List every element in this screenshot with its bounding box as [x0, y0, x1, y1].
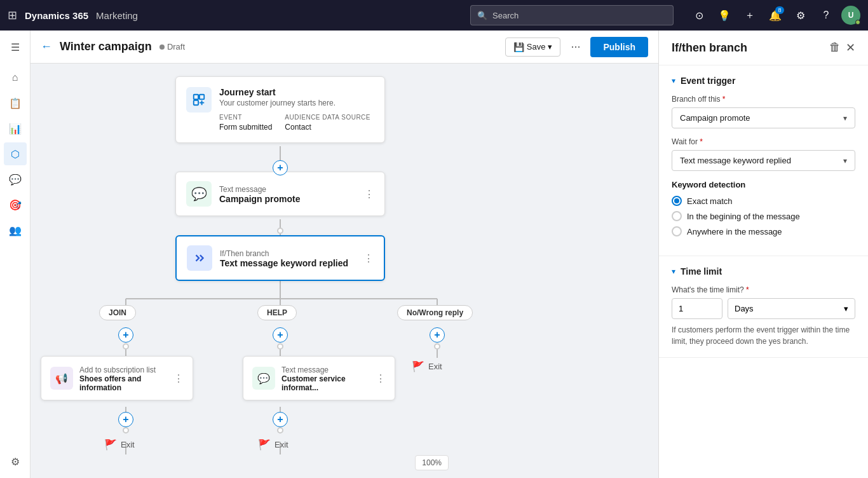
- add-button-no-wrong[interactable]: +: [430, 327, 445, 343]
- branch-off-label: Branch off this *: [672, 95, 855, 104]
- subscription-more[interactable]: ⋮: [173, 372, 184, 385]
- anywhere-radio[interactable]: [672, 226, 682, 236]
- time-limit-toggle[interactable]: ▾ Time limit: [672, 266, 855, 277]
- page-header: ← Winter campaign Draft 💾 Save ▾ ··· Pub…: [31, 31, 658, 64]
- text-message-node[interactable]: 💬 Text message Campaign promote ⋮: [175, 172, 385, 216]
- recent-icon[interactable]: ⊙: [689, 5, 709, 25]
- add-button-subscription-bottom[interactable]: +: [118, 412, 133, 427]
- add-button-help[interactable]: +: [273, 327, 288, 343]
- content-area: ← Winter campaign Draft 💾 Save ▾ ··· Pub…: [31, 31, 658, 478]
- event-meta: EVENT Form submitted: [219, 114, 272, 132]
- help-branch-label[interactable]: HELP: [257, 305, 297, 320]
- event-trigger-toggle[interactable]: ▾ Event trigger: [672, 76, 855, 86]
- customer-service-node[interactable]: 💬 Text message Customer service informat…: [243, 356, 395, 400]
- delete-icon[interactable]: 🗑: [829, 41, 841, 55]
- wait-for-label: Wait for *: [672, 137, 855, 146]
- svg-rect-15: [194, 95, 198, 99]
- connector-circle-no-wrong: [434, 343, 440, 350]
- sidebar-item-settings[interactable]: ⚙: [4, 450, 27, 473]
- sidebar-item-journeys[interactable]: ⬡: [4, 142, 27, 165]
- sidebar-item-orders[interactable]: 📋: [4, 92, 27, 114]
- page-title: Winter campaign: [60, 40, 152, 53]
- wait-for-dropdown[interactable]: Text message keyword replied ▾: [672, 150, 855, 171]
- subscription-body: Add to subscription list Shoes offers an…: [79, 364, 167, 392]
- panel-title: If/then branch: [672, 41, 747, 55]
- beginning-radio[interactable]: [672, 211, 682, 221]
- add-button-join[interactable]: +: [118, 327, 133, 343]
- close-icon[interactable]: ✕: [846, 41, 855, 55]
- sidebar-item-messages[interactable]: 💬: [4, 168, 27, 191]
- journey-start-subtitle: Your customer journey starts here.: [219, 99, 374, 107]
- if-then-icon: [187, 245, 212, 271]
- if-then-node[interactable]: If/Then branch Text message keyword repl…: [175, 235, 385, 281]
- avatar[interactable]: U: [841, 6, 860, 25]
- app-name: Dynamics 365: [25, 10, 88, 21]
- event-trigger-section: ▾ Event trigger Branch off this * Campai…: [659, 65, 868, 256]
- customer-service-body: Text message Customer service informat..…: [281, 364, 369, 392]
- text-message-more[interactable]: ⋮: [364, 188, 374, 200]
- exit-node-center: 🚩 Exit: [258, 439, 288, 451]
- notifications-badge: 8: [775, 6, 784, 14]
- exact-match-option[interactable]: Exact match: [672, 196, 855, 206]
- time-limit-row: Days ▾: [672, 298, 855, 319]
- anywhere-option[interactable]: Anywhere in the message: [672, 226, 855, 236]
- settings-icon[interactable]: ⚙: [790, 5, 811, 25]
- sidebar-item-home[interactable]: ⌂: [4, 66, 27, 89]
- add-button-1[interactable]: +: [273, 160, 288, 175]
- time-limit-input[interactable]: [672, 298, 722, 319]
- wait-for-arrow: ▾: [843, 156, 847, 165]
- if-then-title: Text message keyword replied: [220, 258, 356, 268]
- sidebar-item-contacts[interactable]: 👥: [4, 219, 27, 242]
- sidebar-item-segments[interactable]: 🎯: [4, 193, 27, 216]
- time-limit-section: ▾ Time limit What's the time limit? * Da…: [659, 256, 868, 358]
- more-options-button[interactable]: ···: [566, 36, 585, 57]
- connector-circle-2: [277, 228, 283, 234]
- grid-icon[interactable]: ⊞: [8, 8, 17, 22]
- time-limit-hint: If customers perform the event trigger w…: [672, 324, 855, 347]
- customer-service-type: Text message: [281, 365, 369, 374]
- panel-header-icons: 🗑 ✕: [829, 41, 855, 55]
- beginning-option[interactable]: In the begining of the message: [672, 211, 855, 221]
- left-sidebar: ☰ ⌂ 📋 📊 ⬡ 💬 🎯 👥 ⚙: [0, 31, 31, 478]
- svg-rect-17: [194, 100, 198, 105]
- add-button-customer-svc-bottom[interactable]: +: [273, 412, 288, 427]
- lightbulb-icon[interactable]: 💡: [714, 5, 735, 25]
- save-dropdown-arrow: ▾: [548, 42, 552, 51]
- keyword-detection-title: Keyword detection: [672, 180, 855, 189]
- exit-flag-1: 🚩: [104, 439, 117, 451]
- exact-match-radio[interactable]: [672, 196, 682, 206]
- customer-service-more[interactable]: ⋮: [376, 372, 386, 385]
- branch-off-dropdown[interactable]: Campaign promote ▾: [672, 107, 855, 128]
- flow-inner: Journey start Your customer journey star…: [31, 64, 658, 478]
- exit-label-1: Exit: [121, 440, 135, 449]
- subscription-node[interactable]: 📢 Add to subscription list Shoes offers …: [41, 356, 193, 400]
- online-status-dot: [855, 20, 860, 25]
- exit-flag-2: 🚩: [258, 439, 271, 451]
- time-unit-select[interactable]: Days ▾: [728, 298, 855, 319]
- publish-button[interactable]: Publish: [590, 37, 648, 57]
- search-box[interactable]: 🔍 Search: [470, 5, 674, 25]
- save-button[interactable]: 💾 Save ▾: [505, 38, 561, 57]
- wait-for-field: Wait for * Text message keyword replied …: [672, 137, 855, 171]
- customer-service-title: Customer service informat...: [281, 374, 369, 392]
- notifications-icon[interactable]: 🔔 8: [765, 5, 785, 25]
- text-message-icon: 💬: [186, 181, 212, 207]
- branch-off-field: Branch off this * Campaign promote ▾: [672, 95, 855, 128]
- if-then-more[interactable]: ⋮: [363, 252, 374, 264]
- panel-header: If/then branch 🗑 ✕: [659, 31, 868, 65]
- status-badge: Draft: [159, 42, 185, 51]
- join-branch-label[interactable]: JOIN: [99, 305, 136, 320]
- journey-start-node: Journey start Your customer journey star…: [175, 76, 385, 143]
- nav-icons: ⊙ 💡 ＋ 🔔 8 ⚙ ? U: [689, 5, 860, 25]
- chevron-down-icon-time: ▾: [672, 267, 675, 276]
- help-icon[interactable]: ?: [816, 5, 836, 25]
- connector-circle-cust-bottom: [277, 427, 283, 434]
- no-wrong-branch-label[interactable]: No/Wrong reply: [397, 305, 473, 320]
- sidebar-item-hamburger[interactable]: ☰: [4, 36, 27, 58]
- sidebar-item-insights[interactable]: 📊: [4, 117, 27, 140]
- exit-flag-3: 🚩: [412, 360, 424, 372]
- add-icon[interactable]: ＋: [740, 5, 760, 25]
- back-button[interactable]: ←: [41, 40, 52, 53]
- audience-label: AUDIENCE DATA SOURCE: [285, 114, 370, 121]
- main-layout: ☰ ⌂ 📋 📊 ⬡ 💬 🎯 👥 ⚙ ← Winter campaign Draf…: [0, 31, 868, 478]
